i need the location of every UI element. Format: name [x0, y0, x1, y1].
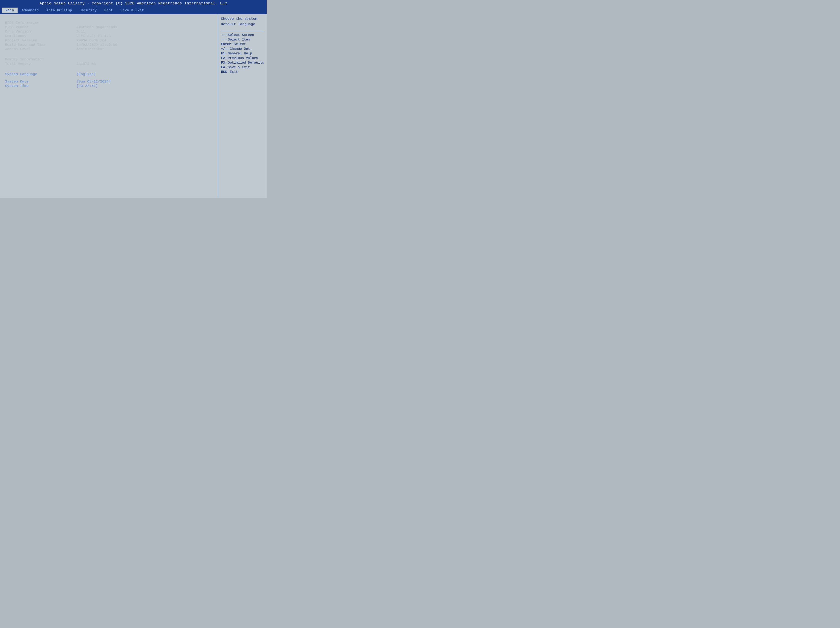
- access-level-row: Access Level Administrator: [5, 47, 213, 51]
- access-level-value: Administrator: [76, 47, 213, 51]
- project-version-label: Project Version: [5, 38, 76, 42]
- key-ud-desc: Select Item: [228, 38, 250, 42]
- key-plusminus-label: +/-:: [221, 47, 229, 51]
- key-lr-label: →←:: [221, 33, 227, 37]
- title-bar: Aptio Setup Utility - Copyright (C) 2020…: [0, 0, 267, 7]
- build-date-value: 04/02/2020 12:00:00: [76, 43, 213, 47]
- system-time-value[interactable]: [13:22:51]: [76, 84, 213, 88]
- content-area: BIOS Information BIOS Vendor American Me…: [0, 14, 218, 198]
- bios-vendor-row: BIOS Vendor American Megatrends: [5, 25, 213, 29]
- sidebar-key-enter: Enter: Select: [221, 42, 264, 46]
- sidebar-key-esc: ESC: Exit: [221, 70, 264, 74]
- sidebar-key-f2: F2: Previous Values: [221, 56, 264, 60]
- sidebar: Choose the system default language →←: S…: [218, 14, 267, 198]
- key-f3-desc: Optimized Defaults: [228, 61, 264, 65]
- system-date-label: System Date: [5, 80, 76, 83]
- system-language-label: System Language: [5, 72, 76, 76]
- build-date-row: Build Date and Time 04/02/2020 12:00:00: [5, 43, 213, 47]
- total-memory-label: Total Memory: [5, 62, 76, 66]
- menu-item-boot[interactable]: Boot: [100, 8, 117, 13]
- bios-info-title: BIOS Information: [5, 21, 213, 25]
- title-text: Aptio Setup Utility - Copyright (C) 2020…: [40, 1, 227, 5]
- sidebar-key-lr: →←: Select Screen: [221, 33, 264, 37]
- key-f1-label: F1:: [221, 52, 227, 55]
- system-date-row[interactable]: System Date [Sun 05/12/2024]: [5, 80, 213, 83]
- system-date-value[interactable]: [Sun 05/12/2024]: [76, 80, 213, 83]
- sidebar-description: Choose the system default language: [221, 16, 264, 27]
- system-time-label: System Time: [5, 84, 76, 88]
- key-f2-label: F2:: [221, 56, 227, 60]
- key-plusminus-desc: Change Opt.: [230, 47, 252, 51]
- key-f4-label: F4:: [221, 66, 227, 69]
- system-time-row[interactable]: System Time [13:22:51]: [5, 84, 213, 88]
- sidebar-key-f4: F4: Save & Exit: [221, 66, 264, 69]
- sidebar-divider: [221, 31, 264, 31]
- project-version-row: Project Version X99MA 0.08 x64: [5, 38, 213, 42]
- core-version-value: 5.11: [76, 30, 213, 34]
- sidebar-key-f3: F3: Optimized Defaults: [221, 61, 264, 65]
- compliancy-label: Compliancy: [5, 34, 76, 38]
- main-content: BIOS Information BIOS Vendor American Me…: [0, 14, 267, 198]
- key-enter-label: Enter:: [221, 42, 233, 46]
- key-lr-desc: Select Screen: [228, 33, 254, 37]
- compliancy-value: UEFI 2.4; PI 1.3: [76, 34, 213, 38]
- core-version-row: Core Version 5.11: [5, 30, 213, 34]
- sidebar-key-plusminus: +/-: Change Opt.: [221, 47, 264, 51]
- key-f4-desc: Save & Exit: [228, 66, 250, 69]
- bios-vendor-label: BIOS Vendor: [5, 25, 76, 29]
- sidebar-key-f1: F1: General Help: [221, 52, 264, 55]
- key-f1-desc: General Help: [228, 52, 252, 55]
- menu-item-security[interactable]: Security: [76, 8, 101, 13]
- project-version-value: X99MA 0.08 x64: [76, 38, 213, 42]
- key-ud-label: ↑↓:: [221, 38, 227, 42]
- bios-vendor-value: American Megatrends: [76, 25, 213, 29]
- system-language-row[interactable]: System Language [English]: [5, 72, 213, 76]
- system-language-value[interactable]: [English]: [76, 72, 213, 76]
- key-enter-desc: Select: [234, 42, 246, 46]
- compliancy-row: Compliancy UEFI 2.4; PI 1.3: [5, 34, 213, 38]
- total-memory-row: Total Memory 131072 MB: [5, 62, 213, 66]
- access-level-label: Access Level: [5, 47, 76, 51]
- key-f2-desc: Previous Values: [228, 56, 258, 60]
- menu-item-save-exit[interactable]: Save & Exit: [117, 8, 148, 13]
- core-version-label: Core Version: [5, 30, 76, 34]
- key-f3-label: F3:: [221, 61, 227, 65]
- memory-info-title: Memory Information: [5, 58, 213, 61]
- menu-item-main[interactable]: Main: [2, 8, 18, 13]
- menu-bar: Main Advanced IntelRCSetup Security Boot…: [0, 7, 267, 14]
- menu-item-advanced[interactable]: Advanced: [18, 8, 43, 13]
- key-esc-label: ESC:: [221, 70, 229, 74]
- sidebar-key-ud: ↑↓: Select Item: [221, 38, 264, 42]
- total-memory-value: 131072 MB: [76, 62, 213, 66]
- build-date-label: Build Date and Time: [5, 43, 76, 47]
- menu-item-intelrcsetup[interactable]: IntelRCSetup: [43, 8, 76, 13]
- key-esc-desc: Exit: [230, 70, 238, 74]
